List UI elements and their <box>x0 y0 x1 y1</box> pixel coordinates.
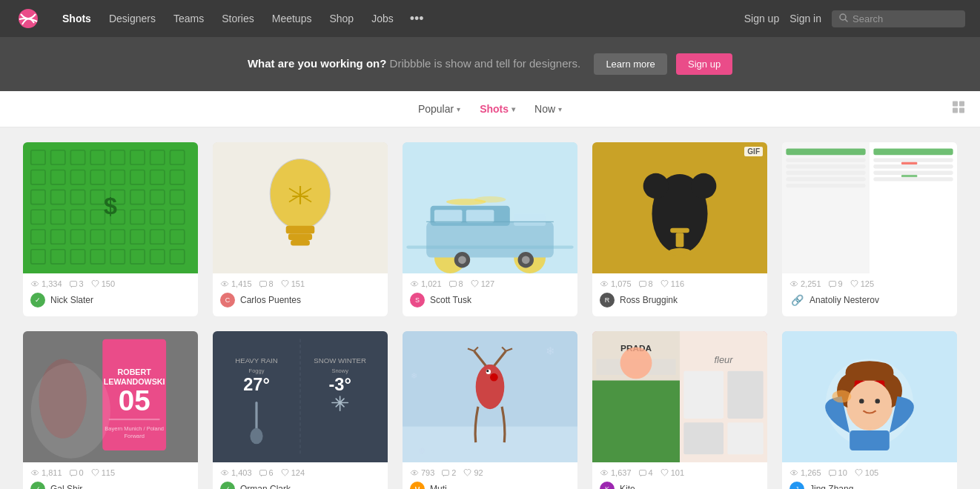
shot-card[interactable]: 1,265 10 105 J Jing Zhang <box>782 331 957 489</box>
chevron-down-icon: ▾ <box>558 105 562 113</box>
banner-description: Dribbble is show and tell for designers. <box>390 57 581 70</box>
search-input[interactable] <box>852 13 958 24</box>
navbar-right: Sign up Sign in <box>744 10 965 27</box>
svg-point-190 <box>859 399 864 403</box>
shot-author[interactable]: K Kite <box>600 482 760 489</box>
svg-rect-131 <box>70 470 76 475</box>
shot-author[interactable]: J Jing Zhang <box>789 482 950 489</box>
shot-card[interactable]: $ 1,334 3 150 ✓ Nick Slate <box>23 142 198 316</box>
shot-author[interactable]: R Ross Bruggink <box>600 293 760 313</box>
shot-author[interactable]: M Muti <box>410 482 570 489</box>
author-name: Scott Tusk <box>430 295 471 305</box>
sign-in-link[interactable]: Sign in <box>789 13 821 24</box>
search-box[interactable] <box>832 10 965 27</box>
shot-author[interactable]: S Scott Tusk <box>410 293 570 313</box>
shot-thumbnail: ❄ ❄ ❄ <box>403 331 577 462</box>
view-count: 1,021 <box>410 279 442 288</box>
view-count: 1,403 <box>220 468 252 477</box>
shot-author[interactable]: ✓ Nick Slater <box>30 293 191 313</box>
svg-point-189 <box>847 381 892 428</box>
shot-author[interactable]: ✓ Orman Clark <box>220 482 380 489</box>
logo[interactable] <box>15 8 42 29</box>
shot-thumbnail <box>782 331 957 462</box>
avatar: M <box>410 482 425 489</box>
comment-count: 8 <box>639 279 653 288</box>
like-count: 150 <box>91 279 115 288</box>
shot-card[interactable]: 1,021 8 127 S Scott Tusk <box>403 142 577 316</box>
svg-point-86 <box>474 196 506 203</box>
nav-more[interactable]: ••• <box>404 7 430 31</box>
nav-jobs[interactable]: Jobs <box>364 8 401 29</box>
shot-stats: 1,334 3 150 <box>30 279 191 288</box>
svg-rect-78 <box>466 210 494 222</box>
shot-meta: 1,403 6 124 ✓ Orman Clark <box>213 462 388 489</box>
shot-meta: 1,075 8 116 R Ross Bruggink <box>592 273 767 316</box>
nav-meetups[interactable]: Meetups <box>265 8 320 29</box>
svg-rect-173 <box>683 371 724 419</box>
shot-thumbnail <box>782 142 957 273</box>
author-name: Gal Shir <box>50 484 82 489</box>
nav-shop[interactable]: Shop <box>322 8 361 29</box>
nav-shots[interactable]: Shots <box>55 8 99 29</box>
nav-designers[interactable]: Designers <box>102 8 163 29</box>
filter-popular[interactable]: Popular ▾ <box>411 99 468 119</box>
svg-rect-125 <box>109 419 160 420</box>
svg-point-88 <box>414 283 416 285</box>
svg-rect-89 <box>449 281 456 286</box>
view-count: 1,265 <box>789 468 821 477</box>
avatar: J <box>789 482 804 489</box>
filter-shots[interactable]: Shots ▾ <box>472 99 523 119</box>
svg-line-2 <box>845 19 847 21</box>
shot-stats: 1,265 10 105 <box>789 468 950 477</box>
like-count: 124 <box>281 468 305 477</box>
svg-rect-79 <box>514 214 546 226</box>
comment-count: 8 <box>259 279 274 288</box>
avatar: R <box>600 293 615 307</box>
svg-rect-96 <box>676 233 684 247</box>
svg-rect-192 <box>850 430 890 450</box>
shot-card[interactable]: 1,415 8 151 C Carlos Puentes <box>213 142 388 316</box>
shot-meta: 1,637 4 101 K Kite <box>592 462 767 489</box>
svg-point-159 <box>490 373 498 382</box>
svg-point-129 <box>39 359 86 439</box>
svg-rect-58 <box>70 281 76 286</box>
svg-rect-147 <box>403 427 577 462</box>
svg-text:❄: ❄ <box>411 371 417 380</box>
shot-card[interactable]: 2,251 9 125 🔗 Anatoliy Nesterov <box>782 142 957 316</box>
gif-badge: GIF <box>744 147 763 156</box>
svg-text:HEAVY RAIN: HEAVY RAIN <box>235 356 278 365</box>
nav-teams[interactable]: Teams <box>166 8 211 29</box>
svg-point-163 <box>414 472 416 474</box>
comment-count: 10 <box>829 468 847 477</box>
svg-rect-115 <box>901 175 917 177</box>
comment-count: 8 <box>449 279 463 288</box>
banner-signup-button[interactable]: Sign up <box>676 53 732 75</box>
chevron-down-icon: ▾ <box>457 105 460 113</box>
svg-rect-99 <box>639 281 646 286</box>
shot-card[interactable]: PRADA fleur 1,637 4 101 <box>592 331 767 489</box>
svg-rect-70 <box>259 281 266 286</box>
svg-text:Snowy: Snowy <box>331 367 348 374</box>
shot-author[interactable]: ✓ Gal Shir <box>30 482 191 489</box>
shot-card[interactable]: HEAVY RAIN Foggy 27° SNOW WINTER Snowy -… <box>213 331 388 489</box>
shot-author[interactable]: 🔗 Anatoliy Nesterov <box>789 293 950 313</box>
shot-card[interactable]: ❄ ❄ ❄ 793 2 92 M M <box>403 331 577 489</box>
sign-up-link[interactable]: Sign up <box>744 13 779 24</box>
nav-stories[interactable]: Stories <box>214 8 262 29</box>
learn-more-button[interactable]: Learn more <box>594 53 666 75</box>
shot-author[interactable]: C Carlos Puentes <box>220 293 380 313</box>
svg-rect-179 <box>639 470 646 475</box>
shots-container: $ 1,334 3 150 ✓ Nick Slate <box>8 142 972 489</box>
svg-point-194 <box>793 472 795 474</box>
svg-point-143 <box>224 472 226 474</box>
avatar: K <box>600 482 615 489</box>
svg-rect-87 <box>406 245 573 248</box>
grid-toggle[interactable] <box>952 101 965 118</box>
svg-rect-109 <box>786 184 865 187</box>
shot-card[interactable]: GIF 1,075 8 116 R Ross Bruggink <box>592 142 767 316</box>
svg-text:❄: ❄ <box>418 446 426 456</box>
svg-rect-5 <box>953 108 958 113</box>
svg-rect-107 <box>786 171 865 175</box>
filter-now[interactable]: Now ▾ <box>527 99 569 119</box>
shot-card[interactable]: ROBERT LEWANDOWSKI 05 Bayern Munich / Po… <box>23 331 198 489</box>
